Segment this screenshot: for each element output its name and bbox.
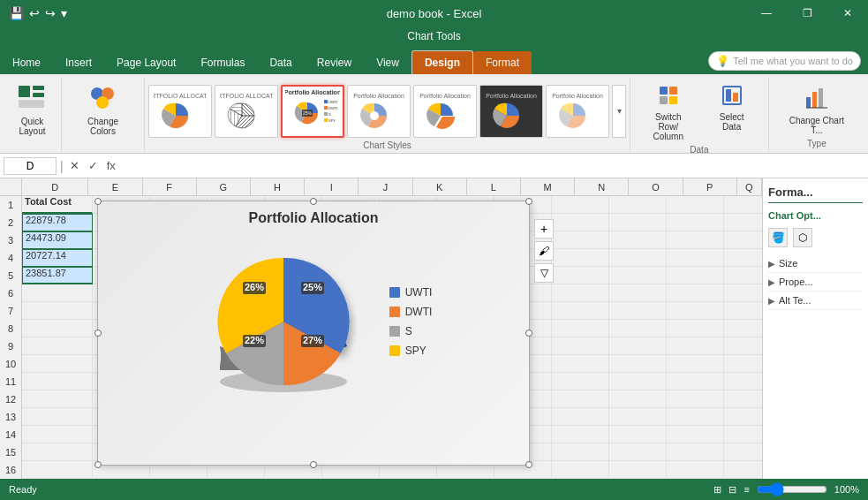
cell-D4[interactable]: 20727.14 [22,249,93,267]
select-data-button[interactable]: Select Data [703,81,761,145]
cell-O9[interactable] [667,337,724,355]
cell-N3[interactable] [609,231,667,249]
cell-D15[interactable] [22,443,93,461]
cell-M11[interactable] [552,373,609,390]
redo-icon[interactable]: ↪ [45,6,56,20]
cell-N7[interactable] [609,302,667,320]
tab-format[interactable]: Format [473,51,532,74]
cell-P4[interactable] [724,249,762,267]
zoom-slider[interactable] [757,482,827,496]
chart-style-2[interactable]: PORTFOLIO ALLOCATION [215,85,278,138]
formula-input[interactable] [122,160,864,172]
col-header-J[interactable]: J [359,178,412,195]
cell-O14[interactable] [667,426,724,443]
undo-icon[interactable]: ↩ [29,6,40,20]
cell-M15[interactable] [552,443,609,461]
add-chart-element-button[interactable]: + [534,219,554,239]
handle-tr[interactable] [525,198,532,205]
handle-mr[interactable] [525,330,532,337]
cell-M5[interactable] [552,267,609,284]
format-section-size[interactable]: ▶ Size [768,254,863,273]
cell-M13[interactable] [552,408,609,426]
cell-P10[interactable] [724,355,762,373]
cell-P1[interactable] [724,196,762,214]
close-button[interactable]: ✕ [827,0,868,27]
cell-O1[interactable] [667,196,724,214]
cell-D6[interactable] [22,284,93,302]
cell-M10[interactable] [552,355,609,373]
cell-M4[interactable] [552,249,609,267]
cell-D2[interactable]: 22879.78 [22,214,93,231]
cell-O5[interactable] [667,267,724,284]
cell-P2[interactable] [724,214,762,231]
cell-N9[interactable] [609,337,667,355]
cell-P6[interactable] [724,284,762,302]
handle-bm[interactable] [310,461,317,468]
change-colors-button[interactable]: Change Colors [69,81,137,140]
cell-D12[interactable] [22,390,93,408]
chart-style-7[interactable]: Portfolio Allocation [546,85,609,138]
minimize-button[interactable]: — [746,0,787,27]
cell-N14[interactable] [609,426,667,443]
tab-view[interactable]: View [364,51,411,74]
col-header-Q[interactable]: Q [737,178,762,195]
cell-D8[interactable] [22,320,93,337]
col-header-P[interactable]: P [683,178,737,195]
handle-tl[interactable] [94,198,102,205]
cell-M14[interactable] [552,426,609,443]
handle-ml[interactable] [94,330,102,337]
page-layout-view-icon[interactable]: ⊟ [728,484,736,496]
format-fill-icon[interactable]: 🪣 [768,228,788,247]
cell-N11[interactable] [609,373,667,390]
tab-review[interactable]: Review [305,51,364,74]
cell-D10[interactable] [22,355,93,373]
cell-O13[interactable] [667,408,724,426]
cell-D3[interactable]: 24473.09 [22,231,93,249]
cell-P14[interactable] [724,426,762,443]
tab-home[interactable]: Home [0,51,53,74]
cell-N2[interactable] [609,214,667,231]
col-header-E[interactable]: E [88,178,142,195]
quick-layout-button[interactable]: QuickLayout [10,81,54,140]
cell-P12[interactable] [724,390,762,408]
page-break-view-icon[interactable]: ≡ [743,484,749,495]
handle-tm[interactable] [310,198,317,205]
cell-N4[interactable] [609,249,667,267]
switch-row-col-button[interactable]: Switch Row/ Column [638,81,698,145]
chart-container[interactable]: Portfolio Allocation [97,201,530,466]
cell-O2[interactable] [667,214,724,231]
cell-P5[interactable] [724,267,762,284]
chart-styles-button[interactable]: 🖌 [534,241,554,261]
col-header-N[interactable]: N [575,178,629,195]
maximize-button[interactable]: ❐ [787,0,827,27]
cell-N6[interactable] [609,284,667,302]
cell-M8[interactable] [552,320,609,337]
cell-P9[interactable] [724,337,762,355]
cell-P11[interactable] [724,373,762,390]
cell-O12[interactable] [667,390,724,408]
tab-page-layout[interactable]: Page Layout [104,51,188,74]
cell-P8[interactable] [724,320,762,337]
cell-D9[interactable] [22,337,93,355]
function-button[interactable]: fx [104,159,118,172]
chart-style-6[interactable]: Portfolio Allocation [479,85,543,138]
cell-D5[interactable]: 23851.87 [22,267,93,284]
col-header-F[interactable]: F [143,178,197,195]
customize-icon[interactable]: ▾ [61,6,67,20]
col-header-I[interactable]: I [305,178,359,195]
handle-br[interactable] [525,461,532,468]
name-box[interactable] [4,157,57,175]
col-header-K[interactable]: K [413,178,467,195]
tell-me-input[interactable]: 💡 Tell me what you want to do [708,51,861,71]
cell-D1[interactable]: Total Cost [22,196,93,214]
tab-formulas[interactable]: Formulas [188,51,257,74]
chart-style-5[interactable]: Portfolio Allocation [413,85,477,138]
col-header-H[interactable]: H [251,178,305,195]
cell-N1[interactable] [609,196,667,214]
format-section-alt-text[interactable]: ▶ Alt Te... [768,292,863,310]
cell-O15[interactable] [667,443,724,461]
format-effects-icon[interactable]: ⬡ [793,228,812,247]
cell-O4[interactable] [667,249,724,267]
col-header-M[interactable]: M [521,178,575,195]
cell-D13[interactable] [22,408,93,426]
